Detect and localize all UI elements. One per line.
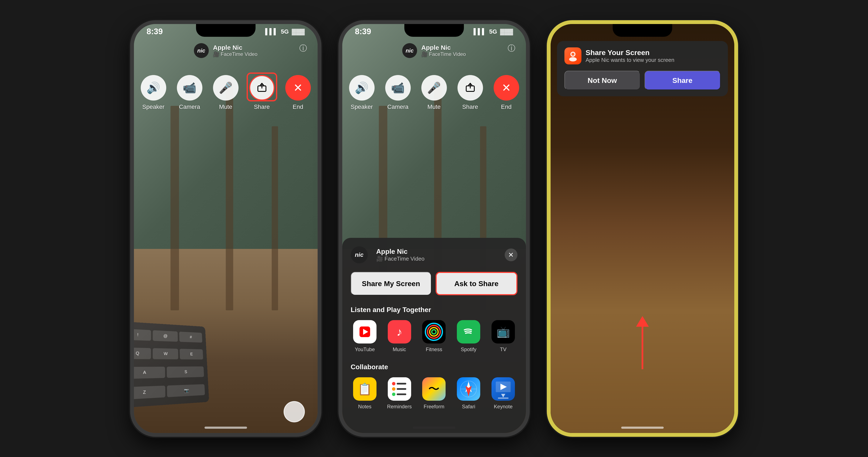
notes-paper-icon: 📋 (358, 383, 372, 396)
status-icons-1: ▌▌▌ 5G ▓▓▓ (265, 28, 305, 35)
battery-icon-1: ▓▓▓ (292, 28, 305, 35)
mute-icon-1: 🎤 (213, 75, 239, 100)
key-s: S (167, 366, 204, 378)
app-item-youtube[interactable]: YouTube (351, 320, 379, 353)
app-item-spotify[interactable]: Spotify (455, 320, 483, 353)
keynote-label: Keynote (494, 404, 513, 409)
key-a: A (130, 367, 165, 379)
home-indicator-1 (205, 427, 247, 429)
fitness-label: Fitness (426, 346, 442, 353)
network-type-1: 5G (281, 28, 289, 35)
notif-header: Share Your Screen Apple Nic wants to vie… (564, 48, 720, 64)
svg-point-14 (392, 382, 395, 385)
tv-text-icon: 📺 (497, 326, 510, 338)
notif-text-block: Share Your Screen Apple Nic wants to vie… (586, 49, 720, 63)
svg-point-16 (392, 387, 395, 391)
info-button-2[interactable]: ⓘ (508, 43, 515, 54)
ask-to-share-button[interactable]: Ask to Share (436, 272, 518, 295)
tree-trunk-2 (226, 86, 233, 310)
reminders-icon (388, 377, 411, 401)
keyboard-1: ! @ # Q W E A S Z 📷 (130, 321, 209, 408)
control-speaker-1[interactable]: 🔊 Speaker (141, 75, 166, 110)
collaborate-apps-row: 📋 Notes (351, 377, 518, 409)
battery-icon-2: ▓▓▓ (500, 28, 513, 35)
status-time-1: 8:39 (147, 27, 163, 36)
svg-rect-19 (397, 393, 406, 395)
freeform-icon: 〜 (422, 377, 445, 401)
share-label-2: Share (462, 103, 478, 110)
key-z: Z (130, 386, 165, 400)
app-item-tv[interactable]: 📺 TV (489, 320, 518, 353)
video-icon-sheet: 🎥 (376, 255, 384, 262)
key-row-2: Q W E (130, 344, 203, 362)
key-3: # (179, 332, 202, 343)
arrow-line (642, 327, 643, 369)
signal-icon-1: ▌▌▌ (265, 28, 278, 35)
safari-icon (457, 377, 480, 401)
tree-trunk-1 (170, 106, 179, 310)
control-camera-1[interactable]: 📹 Camera (177, 75, 203, 110)
app-item-fitness[interactable]: Fitness (420, 320, 448, 353)
control-mute-1[interactable]: 🎤 Mute (213, 75, 239, 110)
music-label: Music (393, 346, 406, 353)
svg-point-34 (569, 57, 577, 61)
share-icon-2 (458, 75, 483, 100)
video-icon-2: 🎥 (421, 51, 428, 57)
mute-label-2: Mute (427, 103, 440, 110)
end-icon-2: ✕ (494, 75, 519, 100)
control-end-2[interactable]: ✕ End (494, 75, 519, 110)
red-arrow-indicator (636, 316, 649, 369)
share-sheet: nic Apple Nic 🎥 FaceTime Video ✕ Share M… (342, 238, 526, 433)
control-share-2[interactable]: Share (458, 75, 483, 110)
signal-icon-2: ▌▌▌ (473, 28, 486, 35)
tree-trunk-3 (272, 126, 278, 310)
keynote-icon (492, 377, 515, 401)
app-item-freeform[interactable]: 〜 Freeform (420, 377, 448, 409)
app-item-music[interactable]: ♪ Music (385, 320, 413, 353)
app-item-keynote[interactable]: Keynote (489, 377, 518, 409)
share-my-screen-button[interactable]: Share My Screen (351, 272, 431, 295)
end-label-1: End (293, 103, 303, 110)
key-row-4: Z 📷 (130, 381, 205, 403)
end-label-2: End (501, 103, 512, 110)
caller-details-2: Apple Nic 🎥 FaceTime Video (421, 44, 466, 57)
home-button-1[interactable] (284, 401, 305, 422)
tv-label: TV (500, 346, 506, 353)
share-button[interactable]: Share (645, 71, 720, 90)
notif-buttons: Not Now Share (564, 71, 720, 90)
key-2: @ (153, 330, 178, 342)
caller-avatar-2: nic (402, 43, 417, 58)
speaker-label-2: Speaker (350, 103, 373, 110)
spotify-label: Spotify (461, 346, 476, 353)
key-e: E (179, 348, 203, 359)
sheet-avatar: nic (351, 246, 368, 263)
caller-type-1: 🎥 FaceTime Video (213, 51, 257, 57)
svg-point-12 (461, 324, 476, 339)
youtube-label: YouTube (355, 346, 375, 353)
listen-apps-row: YouTube ♪ Music (351, 320, 518, 353)
control-camera-2[interactable]: 📹 Camera (385, 75, 411, 110)
sheet-caller-row: nic Apple Nic 🎥 FaceTime Video (351, 246, 505, 263)
sheet-close-button[interactable]: ✕ (505, 248, 518, 261)
app-item-notes[interactable]: 📋 Notes (351, 377, 379, 409)
not-now-button[interactable]: Not Now (564, 71, 640, 90)
control-end-1[interactable]: ✕ End (285, 75, 311, 110)
app-item-safari[interactable]: Safari (455, 377, 483, 409)
share-label-1: Share (254, 103, 270, 110)
collaborate-section-title: Collaborate (351, 363, 518, 371)
control-mute-2[interactable]: 🎤 Mute (421, 75, 447, 110)
arrow-head (636, 316, 649, 327)
notch-3 (613, 24, 672, 37)
info-button-1[interactable]: ⓘ (299, 43, 307, 54)
notes-label: Notes (358, 404, 372, 409)
call-controls-2: 🔊 Speaker 📹 Camera 🎤 Mute Sh (342, 75, 526, 110)
control-speaker-2[interactable]: 🔊 Speaker (349, 75, 375, 110)
control-share-1[interactable]: Share (249, 75, 275, 110)
freeform-brush-icon: 〜 (428, 381, 440, 397)
speaker-icon-1: 🔊 (141, 75, 166, 100)
caller-avatar-1: nic (194, 43, 209, 58)
video-icon-1: 🎥 (213, 51, 219, 57)
network-type-2: 5G (489, 28, 497, 35)
status-icons-2: ▌▌▌ 5G ▓▓▓ (473, 28, 513, 35)
app-item-reminders[interactable]: Reminders (385, 377, 413, 409)
